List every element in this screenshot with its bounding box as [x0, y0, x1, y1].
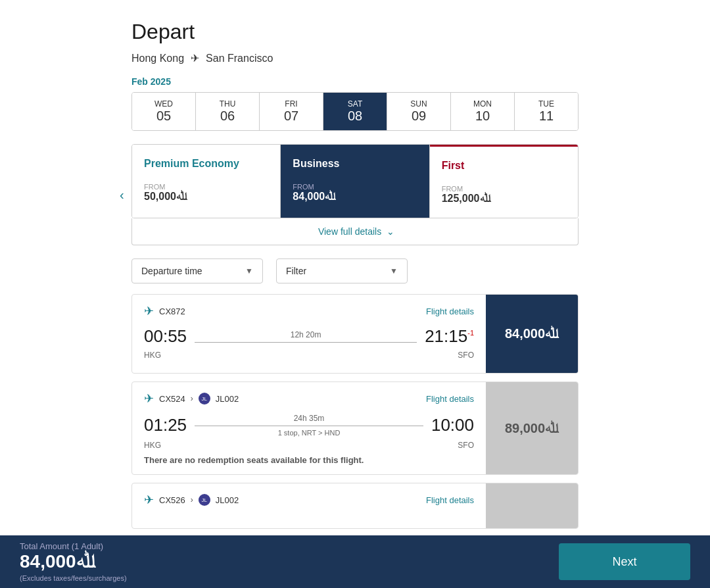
chevron-right-icon-cx524: ›: [191, 394, 193, 403]
date-cell-tue[interactable]: TUE 11: [515, 93, 578, 130]
class-card-premium-economy[interactable]: Premium Economy FROM ﷲ50,000: [132, 145, 281, 218]
price-panel-cx524: ﷲ89,000: [486, 382, 578, 474]
price-first: ﷲ125,000: [442, 193, 490, 204]
partner-logo-jl002a: JL: [199, 393, 210, 404]
flight-details-link-cx524[interactable]: Flight details: [426, 394, 474, 404]
price-label-first: FROM: [442, 185, 566, 193]
flight-header-cx524: ✈ CX524 › JL JL002 Flight details: [144, 391, 474, 406]
partner-number-cx524: JL002: [216, 394, 239, 404]
cathay-icon-cx526: ✈: [144, 493, 154, 507]
class-name-business: Business: [293, 158, 417, 170]
flight-header-cx872: ✈ CX872 Flight details: [144, 304, 474, 318]
page-title: Depart: [131, 20, 579, 44]
total-note: (Excludes taxes/fees/surcharges): [20, 574, 127, 582]
price-label-premium: FROM: [144, 183, 268, 191]
flight-details-link-cx872[interactable]: Flight details: [426, 306, 474, 316]
plane-icon: ✈: [191, 52, 199, 64]
price-cx872: ﷲ84,000: [505, 326, 559, 341]
bottom-bar: Total Amount (1 Adult) ﷲ84,000 (Excludes…: [0, 535, 710, 588]
flight-info-cx526: ✈ CX526 › JL JL002 Flight details: [132, 483, 486, 528]
chevron-left-icon[interactable]: ‹: [120, 187, 124, 203]
price-label-business: FROM: [293, 183, 417, 191]
departure-time-filter[interactable]: Departure time ▼: [131, 258, 263, 283]
total-label: Total Amount (1 Adult): [20, 541, 127, 551]
route-from: Hong Kong: [131, 53, 184, 64]
flight-info-cx524: ✈ CX524 › JL JL002 Flight details 01:25 …: [132, 382, 486, 474]
flight-number-cx526: CX526: [159, 495, 185, 505]
filter-dropdown[interactable]: Filter ▼: [276, 258, 408, 283]
price-panel-cx872[interactable]: ﷲ84,000: [486, 295, 578, 373]
class-cards: Premium Economy FROM ﷲ50,000 Business FR…: [131, 144, 579, 218]
flight-details-link-cx526[interactable]: Flight details: [426, 495, 474, 505]
chevron-right-icon-cx526: ›: [191, 495, 193, 504]
total-amount: ﷲ84,000: [20, 551, 127, 573]
no-seats-msg-cx524: There are no redemption seats available …: [144, 455, 474, 465]
cathay-icon-cx872: ✈: [144, 304, 154, 318]
date-cell-sun[interactable]: SUN 09: [387, 93, 451, 130]
date-cell-mon[interactable]: MON 10: [451, 93, 515, 130]
price-business: ﷲ84,000: [293, 191, 335, 202]
chevron-down-departure-icon: ▼: [245, 266, 253, 276]
class-card-first[interactable]: First FROM ﷲ125,000: [430, 145, 578, 218]
flight-number-cx872: CX872: [159, 306, 185, 316]
cathay-icon-cx524: ✈: [144, 391, 154, 406]
class-card-business[interactable]: Business FROM ﷲ84,000: [281, 145, 429, 218]
flight-times-cx872: 00:55 12h 20m 21:15-1: [144, 326, 474, 347]
main-content: Depart Hong Kong ✈ San Francisco Feb 202…: [0, 0, 710, 588]
airport-row-cx524: HKG SFO: [144, 441, 474, 450]
class-name-first: First: [442, 160, 566, 172]
route-to: San Francisco: [206, 53, 273, 64]
route-line: Hong Kong ✈ San Francisco: [131, 52, 579, 64]
flight-card-cx872[interactable]: ✈ CX872 Flight details 00:55 12h 20m 21:…: [131, 294, 579, 374]
view-full-details[interactable]: View full details ⌄: [131, 218, 579, 245]
date-selector: WED 05 THU 06 FRI 07 SAT 08 SUN 09 MON 1…: [131, 92, 579, 131]
arrive-time-cx524: 10:00: [431, 415, 474, 435]
arrive-time-cx872: 21:15-1: [425, 326, 474, 347]
date-cell-sat[interactable]: SAT 08: [323, 93, 387, 130]
total-section: Total Amount (1 Adult) ﷲ84,000 (Excludes…: [20, 541, 127, 582]
flight-header-cx526: ✈ CX526 › JL JL002 Flight details: [144, 493, 474, 507]
month-label: Feb 2025: [131, 76, 579, 87]
next-button[interactable]: Next: [559, 543, 690, 580]
filters-row: Departure time ▼ Filter ▼: [131, 258, 579, 283]
flight-card-cx524[interactable]: ✈ CX524 › JL JL002 Flight details 01:25 …: [131, 381, 579, 475]
price-premium: ﷲ50,000: [144, 191, 187, 202]
class-cards-wrapper: ‹ Premium Economy FROM ﷲ50,000 Business …: [131, 144, 579, 245]
depart-time-cx524: 01:25: [144, 415, 187, 435]
date-cell-wed[interactable]: WED 05: [132, 93, 196, 130]
duration-line-cx524: 24h 35m 1 stop, NRT > HND: [195, 414, 423, 437]
airport-row-cx872: HKG SFO: [144, 351, 474, 360]
depart-time-cx872: 00:55: [144, 326, 187, 347]
flight-times-cx524: 01:25 24h 35m 1 stop, NRT > HND 10:00: [144, 414, 474, 437]
flight-card-cx526[interactable]: ✈ CX526 › JL JL002 Flight details: [131, 483, 579, 529]
duration-line-cx872: 12h 20m: [195, 330, 417, 343]
class-name-premium-economy: Premium Economy: [144, 158, 268, 170]
chevron-down-icon: ⌄: [387, 226, 394, 237]
date-cell-fri[interactable]: FRI 07: [260, 93, 323, 130]
flight-info-cx872: ✈ CX872 Flight details 00:55 12h 20m 21:…: [132, 295, 486, 373]
date-cell-thu[interactable]: THU 06: [196, 93, 260, 130]
price-panel-cx526: [486, 483, 578, 528]
flight-number-cx524: CX524: [159, 394, 185, 404]
partner-logo-jl002b: JL: [199, 494, 210, 506]
partner-number-cx526: JL002: [216, 495, 239, 505]
price-cx524: ﷲ89,000: [505, 421, 559, 436]
chevron-down-filter-icon: ▼: [390, 266, 398, 276]
